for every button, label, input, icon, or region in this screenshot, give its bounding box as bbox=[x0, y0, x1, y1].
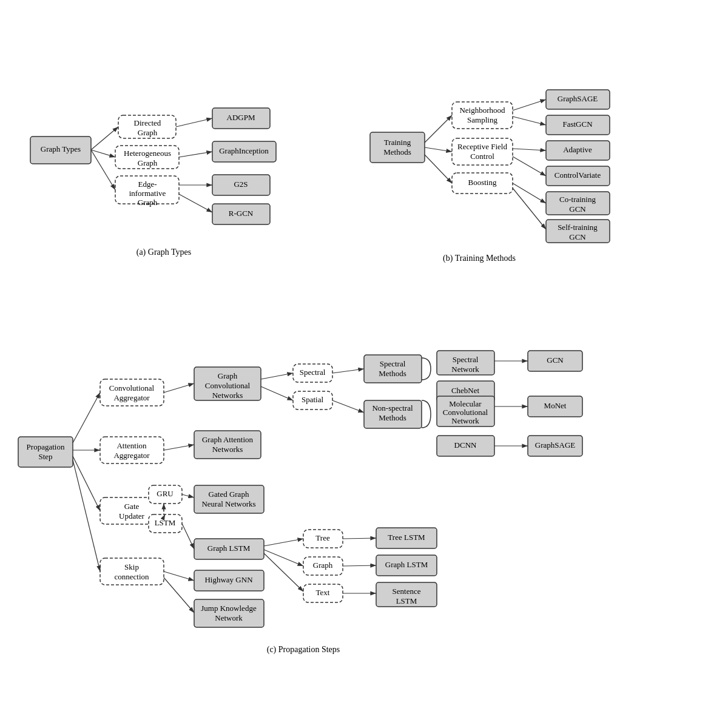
diagram-container: Graph Types Directed Graph Heterogeneous… bbox=[0, 0, 728, 728]
graph-lstm-to-graph bbox=[264, 550, 303, 566]
receptive-to-adaptive bbox=[513, 149, 546, 150]
caption-b: (b) Training Methods bbox=[443, 254, 516, 263]
gan-label2: Networks bbox=[212, 445, 243, 454]
gcn-to-spatial-sm bbox=[261, 386, 293, 400]
gru-to-gated bbox=[182, 494, 194, 497]
jump-label2: Network bbox=[215, 613, 243, 622]
skip-label2: connection bbox=[114, 572, 149, 581]
adaptive-label: Adaptive bbox=[563, 145, 592, 154]
training-methods-label: Training bbox=[384, 138, 411, 147]
gated-label2: Neural Networks bbox=[201, 499, 255, 508]
fastgcn-label: FastGCN bbox=[562, 120, 593, 129]
graphsage-c-label: GraphSAGE bbox=[535, 440, 575, 450]
caption-a: (a) Graph Types bbox=[136, 248, 192, 257]
gcn-leaf-label: GCN bbox=[547, 356, 564, 365]
spectral-network-label: Spectral bbox=[453, 355, 479, 364]
gan-label: Graph Attention bbox=[202, 435, 254, 444]
neighborhood-label2: Sampling bbox=[467, 115, 497, 124]
jump-label: Jump Knowledge bbox=[201, 604, 257, 613]
graph-lstm-label: Graph LSTM bbox=[207, 544, 251, 553]
conv-agg-label2: Aggregator bbox=[113, 393, 150, 402]
lstm-label: LSTM bbox=[155, 518, 176, 527]
graph-sub-to-graph-lstm bbox=[343, 565, 376, 566]
nonspectral-brace bbox=[422, 400, 431, 428]
receptive-label2: Control bbox=[470, 152, 494, 161]
boosting-to-selftraining bbox=[513, 188, 546, 229]
graph-types-label: Graph Types bbox=[41, 144, 81, 153]
nonspectral-methods-label: Non-spectral bbox=[372, 403, 413, 413]
nonspectral-methods-label2: Methods bbox=[379, 413, 406, 422]
graph-lstm-to-tree bbox=[264, 539, 303, 546]
directed-graph-label2: Graph bbox=[138, 128, 158, 137]
cotraining-label: Co-training bbox=[559, 195, 596, 204]
gcn-to-spectral-sm bbox=[261, 373, 293, 379]
spectral-sm-to-spectral bbox=[332, 369, 364, 373]
mol-conv-label: Molecular bbox=[449, 399, 482, 408]
dcnn-label: DCNN bbox=[454, 440, 477, 450]
prop-to-conv bbox=[73, 393, 100, 443]
g2s-label: G2S bbox=[234, 180, 248, 189]
controlvariate-label: ControlVariate bbox=[554, 170, 601, 180]
spectral-small-label: Spectral bbox=[300, 368, 326, 377]
tree-label: Tree bbox=[315, 533, 330, 542]
graphinception-label: GraphInception bbox=[219, 146, 269, 155]
prop-to-skip bbox=[73, 460, 100, 571]
sentence-lstm-label: Sentence bbox=[393, 587, 421, 596]
selftraining-label: Self-training bbox=[558, 223, 598, 232]
gcn-main-label2: Convolutional bbox=[205, 381, 251, 390]
spectral-brace bbox=[422, 358, 431, 380]
caption-c: (c) Propagation Steps bbox=[267, 645, 340, 655]
rgcn-label: R-GCN bbox=[229, 209, 254, 218]
gru-label: GRU bbox=[157, 489, 174, 498]
graph-lstm-leaf-label: Graph LSTM bbox=[385, 560, 428, 569]
propagation-step-label2: Step bbox=[38, 452, 52, 461]
boosting-label: Boosting bbox=[468, 178, 497, 187]
hetero-to-graphinception bbox=[179, 152, 212, 157]
chebnet-label: ChebNet bbox=[451, 386, 480, 395]
mol-conv-label2: Convolutional bbox=[443, 408, 488, 417]
edge-label3: Graph bbox=[138, 198, 158, 207]
highway-label: Highway GNN bbox=[204, 575, 253, 584]
directed-to-adgpm bbox=[176, 118, 212, 127]
conv-agg-label: Convolutional bbox=[109, 383, 155, 393]
gated-label: Gated Graph bbox=[209, 490, 249, 499]
tree-lstm-label: Tree LSTM bbox=[388, 533, 425, 542]
edge-label2: informative bbox=[129, 189, 166, 198]
monet-label: MoNet bbox=[544, 401, 567, 410]
graph-sub-label: Graph bbox=[313, 561, 333, 570]
prop-to-gate bbox=[73, 456, 100, 511]
lstm-to-graph-lstm bbox=[182, 524, 194, 549]
conv-to-gcn bbox=[164, 383, 194, 393]
receptive-label: Receptive Field bbox=[457, 142, 507, 151]
spatial-small-label: Spatial bbox=[302, 395, 323, 404]
training-methods-label2: Methods bbox=[383, 147, 411, 157]
gcn-main-label: Graph bbox=[218, 371, 238, 380]
heterogeneous-label: Heterogeneous bbox=[124, 149, 171, 158]
spectral-network-label2: Network bbox=[451, 365, 479, 374]
cotraining-label2: GCN bbox=[569, 204, 586, 214]
root-to-directed bbox=[91, 127, 118, 150]
attn-to-gan bbox=[164, 445, 194, 450]
neighborhood-to-graphsage bbox=[513, 99, 546, 110]
mol-conv-label3: Network bbox=[451, 416, 479, 425]
main-svg: Graph Types Directed Graph Heterogeneous… bbox=[0, 0, 728, 728]
boosting-to-cotraining bbox=[513, 183, 546, 203]
gate-upd-label2: Updater bbox=[119, 511, 145, 521]
selftraining-label2: GCN bbox=[569, 232, 586, 241]
attn-agg-label2: Aggregator bbox=[113, 451, 150, 460]
gcn-main-label3: Networks bbox=[212, 391, 243, 400]
directed-graph-label: Directed bbox=[134, 118, 161, 127]
propagation-step-label: Propagation bbox=[27, 442, 65, 451]
skip-to-jump bbox=[164, 578, 194, 613]
receptive-to-controlvariate bbox=[513, 157, 546, 176]
text-label: Text bbox=[316, 588, 330, 597]
spatial-sm-to-nonspectral bbox=[332, 400, 364, 413]
adgpm-label: ADGPM bbox=[227, 113, 255, 122]
graphsage-b-label: GraphSAGE bbox=[558, 94, 598, 103]
attn-agg-label: Attention bbox=[116, 441, 147, 450]
heterogeneous-label2: Graph bbox=[138, 158, 158, 167]
training-to-neighborhood bbox=[425, 115, 452, 143]
spectral-methods-label: Spectral bbox=[380, 359, 406, 368]
edge-to-rgcn bbox=[179, 194, 212, 212]
skip-to-highway bbox=[164, 571, 194, 581]
